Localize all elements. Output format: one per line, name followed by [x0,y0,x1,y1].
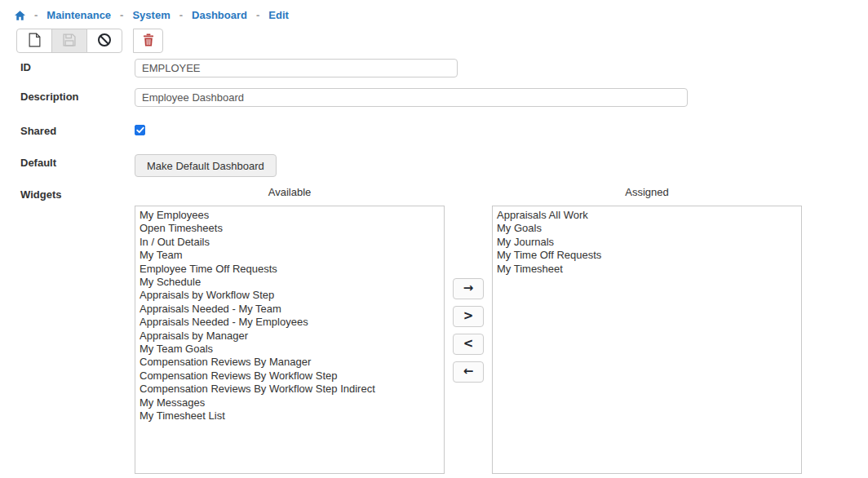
list-item[interactable]: My Timesheet [493,263,801,276]
list-item[interactable]: My Timesheet List [135,409,444,423]
breadcrumb-separator: - [34,9,38,21]
block-icon [97,33,112,50]
available-column: Available My EmployeesOpen TimesheetsIn … [135,186,445,474]
assigned-header: Assigned [492,186,802,202]
move-all-right-button[interactable]: → [453,278,484,299]
breadcrumb: - Maintenance - System - Dashboard - Edi… [0,0,868,23]
toolbar-button-group [16,29,122,53]
description-label: Description [20,88,135,103]
delete-button[interactable] [133,29,163,53]
list-item[interactable]: My Team Goals [135,343,444,356]
breadcrumb-separator: - [120,9,123,21]
list-item[interactable]: Appraisals Needed - My Employees [135,316,444,329]
move-all-left-button[interactable]: ← [453,361,484,383]
new-button[interactable] [16,29,52,53]
breadcrumb-dashboard[interactable]: Dashboard [192,9,247,21]
dashboard-edit-page: - Maintenance - System - Dashboard - Edi… [0,0,868,478]
id-label: ID [20,59,135,73]
breadcrumb-separator: - [179,9,183,21]
shared-checkbox[interactable] [135,125,145,135]
list-item[interactable]: Appraisals by Manager [135,330,444,343]
id-input[interactable] [135,59,458,77]
breadcrumb-system[interactable]: System [132,9,170,21]
list-item[interactable]: Employee Time Off Requests [135,263,444,276]
move-selected-left-button[interactable]: < [453,334,484,355]
widgets-label: Widgets [20,186,135,201]
list-item[interactable]: My Goals [493,222,801,235]
shared-row: Shared [20,122,868,137]
list-item[interactable]: Open Timesheets [135,222,444,235]
breadcrumb-maintenance[interactable]: Maintenance [46,9,111,21]
available-list[interactable]: My EmployeesOpen TimesheetsIn / Out Deta… [135,206,445,474]
breadcrumb-separator: - [256,9,259,21]
description-row: Description [20,88,868,107]
widgets-row: Widgets Available My EmployeesOpen Times… [20,186,868,474]
list-item[interactable]: My Time Off Requests [493,249,801,262]
shared-label: Shared [20,122,135,137]
list-item[interactable]: My Team [135,249,444,262]
block-button[interactable] [86,29,122,53]
save-icon [63,33,76,49]
new-document-icon [29,33,41,50]
id-row: ID [20,59,868,77]
toolbar [16,29,868,53]
transfer-buttons: → > < ← [445,176,492,464]
list-item[interactable]: My Messages [135,396,444,409]
list-item[interactable]: Appraisals by Workflow Step [135,289,444,302]
available-header: Available [135,186,445,202]
chevron-right-icon: > [463,310,474,322]
list-item[interactable]: My Employees [135,209,444,222]
breadcrumb-edit[interactable]: Edit [268,9,289,21]
assigned-list[interactable]: Appraisals All WorkMy GoalsMy JournalsMy… [492,206,802,474]
list-item[interactable]: Appraisals All Work [493,209,801,222]
checkmark-icon [136,126,144,134]
move-selected-right-button[interactable]: > [453,306,484,327]
save-button[interactable] [51,29,87,53]
arrow-right-icon: → [463,282,474,294]
trash-icon [143,33,154,49]
toolbar-delete-group [133,29,163,53]
make-default-dashboard-button[interactable]: Make Default Dashboard [135,154,277,177]
list-item[interactable]: Compensation Reviews By Manager [135,356,444,369]
list-item[interactable]: In / Out Details [135,236,444,249]
description-input[interactable] [135,88,688,107]
list-item[interactable]: Compensation Reviews By Workflow Step In… [135,383,444,396]
arrow-left-icon: ← [463,365,474,378]
home-icon[interactable] [15,11,25,20]
widgets-dual-list: Available My EmployeesOpen TimesheetsIn … [135,186,802,474]
list-item[interactable]: Appraisals Needed - My Team [135,303,444,316]
assigned-column: Assigned Appraisals All WorkMy GoalsMy J… [492,186,802,474]
default-row: Default Make Default Dashboard [20,154,868,177]
default-label: Default [20,154,135,169]
chevron-left-icon: < [463,338,474,350]
list-item[interactable]: My Schedule [135,276,444,289]
list-item[interactable]: Compensation Reviews By Workflow Step [135,370,444,383]
list-item[interactable]: My Journals [493,236,801,249]
